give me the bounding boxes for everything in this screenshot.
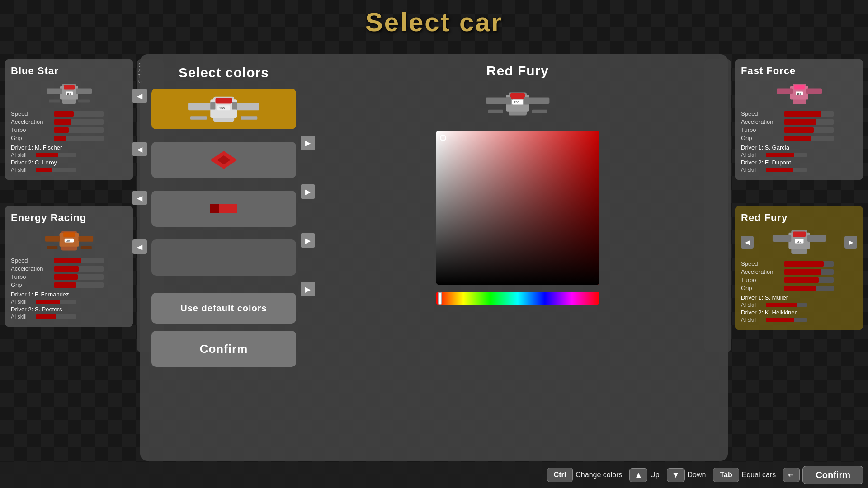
- color-slot-4-prev[interactable]: ◀: [132, 239, 147, 254]
- use-default-colors-button[interactable]: Use default colors: [151, 293, 296, 324]
- panel-red-fury: Red Fury ◀ 150 ▶ Speed Acceleration Turb…: [735, 206, 863, 330]
- svg-rect-13: [63, 232, 75, 237]
- svg-rect-34: [188, 103, 211, 110]
- speed-fill: [54, 111, 74, 117]
- svg-rect-40: [241, 116, 257, 119]
- fast-force-driver2: Driver 2: E. Dupont: [741, 159, 857, 166]
- speed-label: Speed: [11, 110, 54, 117]
- color-slot-3-prev[interactable]: ◀: [132, 191, 147, 205]
- color-slot-2[interactable]: [151, 142, 296, 178]
- svg-rect-42: [232, 102, 237, 109]
- grip-label: Grip: [11, 135, 54, 141]
- color-slot-4[interactable]: [151, 239, 296, 276]
- kb-ctrl-key: Ctrl: [547, 468, 573, 482]
- blue-star-driver1: Driver 1: M. Fischer: [11, 144, 127, 151]
- color-picker-area[interactable]: [436, 131, 599, 285]
- kb-confirm-button[interactable]: Confirm: [802, 466, 863, 484]
- svg-rect-57: [506, 97, 511, 105]
- svg-rect-20: [777, 89, 793, 94]
- svg-rect-8: [78, 100, 90, 103]
- color-slot-3[interactable]: [151, 191, 296, 227]
- color-slot-2-container: ◀ ▶: [151, 142, 296, 184]
- kb-up-icon: ▲: [629, 468, 647, 482]
- color-slot-4-container: ◀ ▶: [151, 239, 296, 282]
- blue-star-turbo-row: Turbo: [11, 127, 127, 133]
- kb-enter-icon: ↵: [783, 468, 800, 482]
- color-slot-2-next[interactable]: ▶: [301, 184, 315, 199]
- red-fury-next-arrow[interactable]: ▶: [844, 236, 857, 249]
- svg-rect-28: [807, 235, 826, 242]
- confirm-modal-button[interactable]: Confirm: [151, 331, 296, 367]
- svg-rect-3: [76, 89, 92, 94]
- blue-star-driver2: Driver 2: C. Leroy: [11, 159, 127, 166]
- speed-bar: [54, 111, 104, 117]
- panel-energy-racing: Energy Racing 150 Speed Acceleration Tur…: [5, 206, 133, 327]
- turbo-bar: [54, 127, 104, 133]
- color-slot-1-next[interactable]: ▶: [301, 136, 315, 150]
- svg-rect-39: [190, 116, 207, 119]
- page-title: Select car: [0, 7, 868, 37]
- blue-star-ai1-row: AI skill: [11, 152, 127, 158]
- svg-text:150: 150: [514, 100, 519, 104]
- turbo-label: Turbo: [11, 127, 54, 133]
- color-slot-2-prev[interactable]: ◀: [132, 142, 147, 156]
- svg-rect-50: [486, 98, 507, 104]
- svg-rect-2: [47, 89, 62, 94]
- blue-star-ai2-row: AI skill: [11, 167, 127, 173]
- kb-ctrl-item: Ctrl Change colors: [547, 468, 628, 482]
- svg-text:150: 150: [797, 93, 801, 95]
- svg-rect-22: [794, 85, 805, 90]
- energy-racing-title: Energy Racing: [11, 212, 127, 224]
- blue-star-grip-row: Grip: [11, 135, 127, 141]
- kb-tab-key: Tab: [713, 468, 739, 482]
- red-fury-prev-arrow[interactable]: ◀: [741, 236, 754, 249]
- panel-blue-star: Blue Star 150 Speed Acceleration Turbo: [5, 59, 133, 180]
- svg-rect-58: [524, 97, 529, 105]
- red-fury-drivers: Driver 1: S. Muller AI skill Driver 2: K…: [741, 294, 857, 323]
- blue-star-drivers: Driver 1: M. Fischer AI skill Driver 2: …: [11, 144, 127, 173]
- colors-title: Select colors: [179, 65, 269, 80]
- car-preview-panel: Red Fury 150: [307, 54, 728, 461]
- svg-rect-7: [49, 100, 60, 103]
- kb-tab-action: Equal cars: [742, 471, 776, 479]
- kb-down-icon: ▼: [667, 468, 685, 482]
- svg-text:150: 150: [219, 106, 225, 110]
- svg-rect-17: [80, 246, 91, 249]
- accel-fill: [54, 119, 71, 125]
- svg-rect-55: [488, 110, 503, 113]
- center-modal: Select colors ◀ 150: [140, 54, 728, 461]
- accel-bar: [54, 119, 104, 125]
- svg-rect-27: [772, 235, 791, 242]
- svg-rect-4: [64, 85, 75, 90]
- svg-text:150: 150: [67, 93, 71, 95]
- turbo-fill: [54, 127, 69, 133]
- svg-rect-43: [210, 102, 215, 109]
- energy-driver2: Driver 2: S. Peeters: [11, 306, 127, 313]
- color-slot-1-active[interactable]: 150: [151, 89, 296, 129]
- energy-racing-drivers: Driver 1: F. Fernandez AI skill Driver 2…: [11, 291, 127, 320]
- accel-label: Acceleration: [11, 118, 54, 125]
- color-gradient[interactable]: [436, 131, 599, 285]
- svg-rect-21: [806, 89, 822, 94]
- hue-handle[interactable]: [438, 292, 442, 305]
- bottom-bar: Ctrl Change colors ▲ Up ▼ Down Tab Equal…: [0, 462, 868, 488]
- hue-slider-container[interactable]: [436, 292, 599, 305]
- svg-rect-51: [528, 98, 549, 104]
- color-slot-3-next[interactable]: ▶: [301, 233, 315, 248]
- color-slot-4-next[interactable]: ▶: [301, 282, 315, 296]
- energy-racing-car-image: 150: [42, 227, 96, 254]
- fast-force-drivers: Driver 1: S. Garcia AI skill Driver 2: E…: [741, 144, 857, 173]
- fast-force-title: Fast Force: [741, 65, 857, 77]
- preview-car-title: Red Fury: [486, 63, 549, 79]
- colors-panel: Select colors ◀ 150: [140, 54, 307, 461]
- color-slot-1-prev[interactable]: ◀: [132, 89, 147, 103]
- preview-car-img: 150: [481, 86, 554, 122]
- svg-rect-11: [45, 236, 60, 242]
- kb-down-item: ▼ Down: [667, 468, 712, 482]
- svg-rect-52: [510, 93, 525, 99]
- red-fury-driver1: Driver 1: S. Muller: [741, 294, 857, 301]
- blue-star-speed-row: Speed: [11, 110, 127, 117]
- red-fury-nav: ◀ 150 ▶: [741, 227, 857, 257]
- hue-slider[interactable]: [436, 292, 599, 305]
- svg-rect-47: [210, 204, 219, 213]
